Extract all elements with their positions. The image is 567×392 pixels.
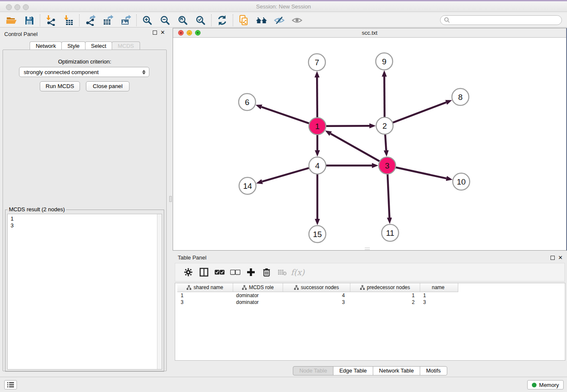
gear-icon	[184, 268, 193, 276]
zoom-selected-button[interactable]	[192, 14, 209, 27]
table-cell[interactable]: 1	[177, 292, 233, 299]
network-close-icon[interactable]: ×	[178, 30, 184, 36]
close-panel-icon[interactable]: ✕	[160, 30, 165, 35]
float-panel-icon[interactable]	[550, 256, 555, 260]
show-graphics-button[interactable]	[288, 14, 306, 27]
edge-2-8[interactable]	[393, 102, 446, 123]
edge-3-10[interactable]	[396, 167, 446, 178]
table-cell[interactable]: 1	[420, 292, 456, 299]
show-graphics-icon	[292, 15, 303, 26]
toolbar-separator	[40, 14, 40, 26]
deselect-all-button[interactable]	[227, 265, 243, 279]
memory-status-icon	[532, 383, 537, 387]
network-maximize-icon[interactable]: +	[195, 30, 201, 36]
table-settings-button[interactable]	[180, 265, 196, 279]
close-panel-button[interactable]: Close panel	[86, 81, 129, 91]
table-cell[interactable]: 1	[350, 292, 420, 299]
criterion-select[interactable]: strongly connected component	[19, 67, 149, 77]
splitter-handle[interactable]	[169, 196, 172, 202]
search-input[interactable]	[450, 17, 561, 23]
save-session-button[interactable]	[20, 14, 38, 27]
node-table[interactable]: shared nameMCDS rolesuccessor nodesprede…	[175, 283, 565, 361]
search-field[interactable]	[440, 15, 562, 25]
zoom-in-button[interactable]	[138, 14, 156, 27]
network-canvas[interactable]: 1234678910111415	[173, 38, 566, 250]
close-panel-icon[interactable]: ✕	[558, 256, 563, 260]
run-mcds-button[interactable]: Run MCDS	[40, 81, 80, 91]
window-close-button[interactable]	[6, 4, 12, 10]
table-cell[interactable]: 3	[420, 299, 456, 306]
table-cell[interactable]: 2	[350, 299, 420, 306]
zoom-out-button[interactable]	[156, 14, 174, 27]
tab-style[interactable]: Style	[61, 41, 85, 50]
mcds-result-text[interactable]: 13	[7, 214, 162, 370]
window-resize-handle[interactable]	[365, 248, 370, 250]
table-cell[interactable]: 3	[177, 299, 233, 306]
export-image-icon	[120, 15, 131, 26]
graphics-details-button[interactable]	[253, 14, 270, 27]
memory-button[interactable]: Memory	[527, 380, 564, 389]
table-cell[interactable]: 4	[283, 292, 350, 299]
status-bar: Memory	[0, 377, 567, 392]
list-icon	[7, 382, 14, 387]
select-all-button[interactable]	[212, 265, 227, 279]
edge-2-9[interactable]	[384, 77, 385, 117]
export-image-button[interactable]	[117, 14, 135, 27]
zoom-selected-icon	[195, 15, 206, 26]
result-scrollbar[interactable]	[157, 214, 162, 369]
edge-1-2[interactable]	[326, 126, 369, 126]
deselect-all-icon	[230, 270, 240, 275]
table-row[interactable]: 3dominator323	[177, 299, 458, 306]
tab-network[interactable]: Network	[30, 41, 62, 50]
function-builder-button[interactable]: f(x)	[290, 265, 306, 279]
window-minimize-button[interactable]	[14, 4, 20, 10]
apply-layout-button[interactable]	[213, 14, 231, 27]
import-table-button[interactable]	[60, 14, 77, 27]
edge-4-14[interactable]	[262, 168, 309, 182]
column-header-successor-nodes[interactable]: successor nodes	[283, 283, 350, 292]
task-history-button[interactable]	[4, 380, 17, 389]
hide-graphics-button[interactable]	[270, 14, 288, 27]
tab-edge-table[interactable]: Edge Table	[333, 366, 373, 375]
edge-1-7[interactable]	[317, 77, 317, 118]
column-header-name[interactable]: name	[420, 283, 456, 292]
edge-1-6[interactable]	[261, 107, 309, 124]
tab-mcds[interactable]: MCDS	[112, 41, 140, 50]
column-header-predecessor-nodes[interactable]: predecessor nodes	[350, 283, 420, 292]
network-minimize-icon[interactable]: –	[187, 30, 192, 36]
panel-splitter[interactable]	[169, 28, 173, 372]
node-label: 3	[385, 161, 390, 170]
export-table-button[interactable]	[99, 14, 117, 27]
table-tabs: Node TableEdge TableNetwork TableMotifs	[173, 366, 567, 375]
edge-3-11[interactable]	[388, 174, 390, 218]
import-table-icon	[63, 15, 74, 26]
tab-network-table[interactable]: Network Table	[373, 366, 420, 375]
table-row[interactable]: 1dominator411	[177, 292, 458, 299]
export-network-button[interactable]	[81, 14, 99, 27]
table-cell[interactable]: dominator	[233, 292, 283, 299]
toolbar-separator	[211, 14, 212, 26]
tab-select[interactable]: Select	[85, 41, 112, 50]
zoom-fit-button[interactable]	[174, 14, 192, 27]
table-cell[interactable]: dominator	[233, 299, 283, 306]
delete-table-button[interactable]	[274, 265, 290, 279]
tab-node-table[interactable]: Node Table	[293, 366, 333, 375]
delete-column-button[interactable]	[259, 265, 274, 279]
show-columns-button[interactable]	[196, 265, 212, 279]
import-network-button[interactable]	[42, 14, 60, 27]
edge-2-3[interactable]	[385, 134, 386, 150]
tab-motifs[interactable]: Motifs	[420, 366, 447, 375]
column-header-MCDS-role[interactable]: MCDS role	[233, 283, 283, 292]
float-panel-icon[interactable]	[153, 30, 157, 35]
clone-network-button[interactable]	[235, 14, 253, 27]
table-cell[interactable]: 3	[283, 299, 350, 306]
open-session-button[interactable]	[3, 14, 20, 27]
network-window-titlebar[interactable]: × – + scc.txt	[173, 28, 566, 38]
add-column-button[interactable]	[243, 265, 259, 279]
node-label: 14	[243, 182, 252, 190]
column-header-shared-name[interactable]: shared name	[177, 283, 233, 292]
export-network-icon	[85, 15, 96, 26]
node-label: 15	[313, 230, 322, 239]
window-zoom-button[interactable]	[23, 4, 29, 10]
edge-3-1[interactable]	[330, 134, 380, 162]
